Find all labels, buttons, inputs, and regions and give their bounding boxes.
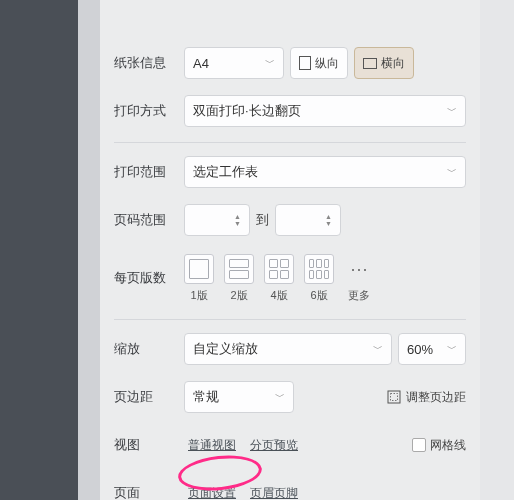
page-to-input[interactable]: ▲▼ (275, 204, 341, 236)
zoom-mode-select[interactable]: 自定义缩放 ﹀ (184, 333, 392, 365)
zoom-label: 缩放 (114, 340, 176, 358)
orientation-portrait-button[interactable]: 纵向 (290, 47, 348, 79)
paper-label: 纸张信息 (114, 54, 176, 72)
row-paper: 纸张信息 A4 ﹀ 纵向 横向 (114, 46, 466, 80)
print-settings-panel: 纸张信息 A4 ﹀ 纵向 横向 打印方式 双面打印·长边翻页 ﹀ (100, 0, 480, 500)
divider (114, 142, 466, 143)
layout-1-text: 1版 (190, 288, 207, 303)
row-page: 页面 页面设置 页眉页脚 (114, 476, 466, 500)
chevron-down-icon: ﹀ (447, 104, 457, 118)
gridlines-text: 网格线 (430, 437, 466, 454)
row-page-range: 页码范围 ▲▼ 到 ▲▼ (114, 203, 466, 237)
margins-icon (386, 389, 402, 405)
print-mode-value: 双面打印·长边翻页 (193, 102, 301, 120)
view-pagebreak-link[interactable]: 分页预览 (246, 435, 302, 456)
layout-more-button[interactable]: ⋯ 更多 (344, 254, 374, 303)
header-footer-link[interactable]: 页眉页脚 (246, 483, 302, 501)
margins-select[interactable]: 常规 ﹀ (184, 381, 294, 413)
page-from-input[interactable]: ▲▼ (184, 204, 250, 236)
layout-4-button[interactable]: 4版 (264, 254, 294, 303)
gridlines-toggle[interactable]: 网格线 (412, 437, 466, 454)
portrait-icon (299, 56, 311, 70)
landscape-icon (363, 58, 377, 69)
chevron-down-icon: ﹀ (265, 56, 275, 70)
layout-6-text: 6版 (310, 288, 327, 303)
svg-rect-1 (391, 394, 398, 401)
paper-size-value: A4 (193, 56, 209, 71)
landscape-text: 横向 (381, 55, 405, 72)
margins-value: 常规 (193, 388, 219, 406)
chevron-down-icon: ﹀ (447, 342, 457, 356)
layout-4-text: 4版 (270, 288, 287, 303)
spinner-arrows-icon: ▲▼ (325, 213, 332, 227)
page-range-label: 页码范围 (114, 211, 176, 229)
layout-more-text: 更多 (348, 288, 370, 303)
row-zoom: 缩放 自定义缩放 ﹀ 60% ﹀ (114, 332, 466, 366)
row-print-range: 打印范围 选定工作表 ﹀ (114, 155, 466, 189)
print-mode-select[interactable]: 双面打印·长边翻页 ﹀ (184, 95, 466, 127)
svg-rect-0 (388, 391, 400, 403)
print-range-select[interactable]: 选定工作表 ﹀ (184, 156, 466, 188)
layout-1-button[interactable]: 1版 (184, 254, 214, 303)
row-pages-per-sheet: 每页版数 1版 2版 4版 6版 ⋯ 更多 (114, 251, 466, 305)
adjust-margins-text: 调整页边距 (406, 389, 466, 406)
zoom-value-text: 60% (407, 342, 433, 357)
paper-size-select[interactable]: A4 ﹀ (184, 47, 284, 79)
chevron-down-icon: ﹀ (447, 165, 457, 179)
chevron-down-icon: ﹀ (373, 342, 383, 356)
print-mode-label: 打印方式 (114, 102, 176, 120)
zoom-mode-value: 自定义缩放 (193, 340, 258, 358)
row-margins: 页边距 常规 ﹀ 调整页边距 (114, 380, 466, 414)
layout-2-text: 2版 (230, 288, 247, 303)
print-range-value: 选定工作表 (193, 163, 258, 181)
gridlines-checkbox (412, 438, 426, 452)
window-edge (0, 0, 100, 500)
layout-6-button[interactable]: 6版 (304, 254, 334, 303)
ellipsis-icon: ⋯ (344, 254, 374, 284)
chevron-down-icon: ﹀ (275, 390, 285, 404)
page-setup-link[interactable]: 页面设置 (184, 483, 240, 501)
view-normal-link[interactable]: 普通视图 (184, 435, 240, 456)
orientation-landscape-button[interactable]: 横向 (354, 47, 414, 79)
page-label: 页面 (114, 484, 176, 500)
row-view: 视图 普通视图 分页预览 网格线 (114, 428, 466, 462)
spinner-arrows-icon: ▲▼ (234, 213, 241, 227)
margins-label: 页边距 (114, 388, 176, 406)
adjust-margins-button[interactable]: 调整页边距 (386, 389, 466, 406)
row-print-mode: 打印方式 双面打印·长边翻页 ﹀ (114, 94, 466, 128)
layout-2-button[interactable]: 2版 (224, 254, 254, 303)
portrait-text: 纵向 (315, 55, 339, 72)
top-toolbar (114, 12, 466, 38)
page-range-to-text: 到 (256, 211, 269, 229)
view-label: 视图 (114, 436, 176, 454)
print-range-label: 打印范围 (114, 163, 176, 181)
divider (114, 319, 466, 320)
zoom-value-select[interactable]: 60% ﹀ (398, 333, 466, 365)
pages-per-sheet-label: 每页版数 (114, 269, 176, 287)
